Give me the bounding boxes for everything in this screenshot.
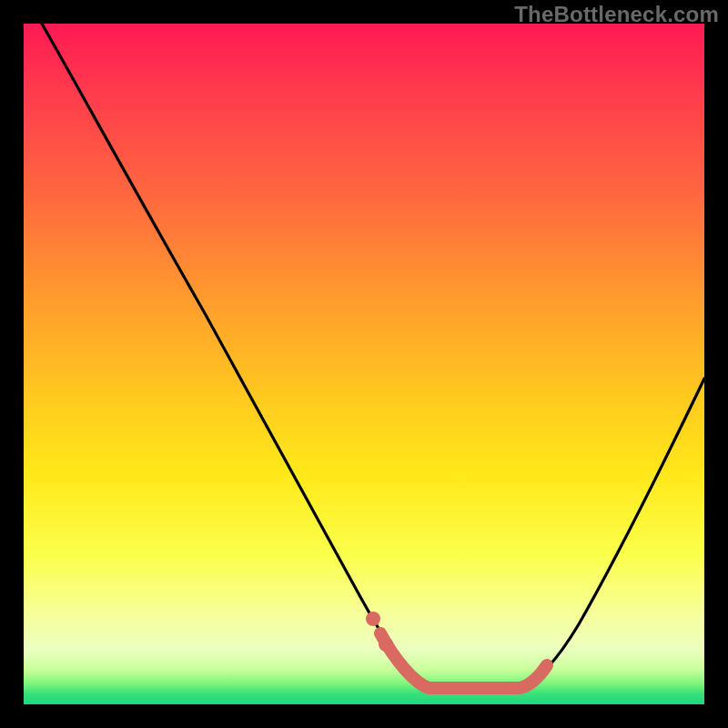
curves-svg [24, 24, 704, 704]
chart-container: TheBottleneck.com [0, 0, 728, 728]
optimal-zone-segment [380, 633, 547, 688]
optimal-zone-dot-left-lower [379, 637, 393, 652]
optimal-zone-dot-left-upper [366, 612, 380, 626]
bottleneck-curve [42, 24, 704, 688]
plot-area [24, 24, 704, 704]
